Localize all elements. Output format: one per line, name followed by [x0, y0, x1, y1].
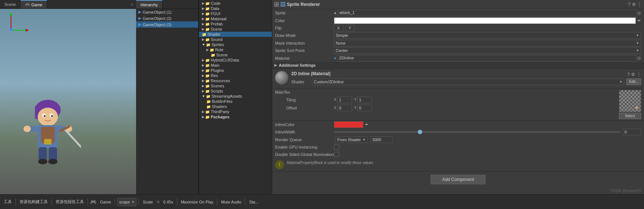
select-texture-button[interactable]: Select	[619, 113, 641, 119]
render-queue-row: Render Queue From Shader ▼	[272, 136, 644, 143]
maintex-section: MainTex Tiling X Y	[272, 88, 644, 121]
tab-more[interactable]: ≡	[128, 2, 136, 7]
color-row: Color ✒	[272, 17, 644, 24]
double-sided-row: Double Sided Global Illumination	[272, 151, 644, 158]
file-item-prefab[interactable]: ▶ 📁 Prefab	[199, 21, 272, 27]
edit-shader-button[interactable]: Edit...	[626, 79, 641, 85]
stats-button[interactable]: Sta...	[248, 199, 260, 205]
file-item-materaal[interactable]: ▶ 📁 Materaal	[199, 16, 272, 21]
overflow-icon[interactable]: ⋮	[637, 2, 642, 7]
file-item-sprites[interactable]: ▼ 📁 Sprites	[199, 42, 272, 47]
flip-y-button[interactable]: Y	[345, 25, 355, 31]
file-item-scene2[interactable]: 📁 Scene	[199, 52, 272, 58]
game-icon: 🎮	[25, 2, 30, 7]
double-sided-checkbox[interactable]	[334, 152, 339, 157]
file-item-scripts[interactable]: ▶ 📁 Scripts	[199, 88, 272, 94]
landscape-dropdown[interactable]: scape ▼	[117, 198, 136, 206]
color-picker[interactable]	[334, 17, 636, 24]
file-item-role[interactable]: ▶ 📁 Role	[199, 47, 272, 52]
mask-interaction-row: Mask Interaction None ▼	[272, 39, 644, 47]
draw-mode-dropdown[interactable]: Simple ▼	[334, 32, 641, 39]
svg-point-21	[38, 159, 47, 164]
offset-x-input[interactable]	[337, 105, 352, 111]
file-item-shader[interactable]: 📁 Shader	[199, 32, 272, 37]
material-section: 2D Inline (Material) ? ⚙ ⋮ Shader Custom…	[272, 69, 644, 88]
asset-bundle-build-tool[interactable]: 资源包构建工具	[18, 198, 49, 205]
file-item-buildin[interactable]: 📁 BuildinFiles	[199, 99, 272, 104]
help-icon[interactable]: ?	[628, 2, 630, 7]
tiling-y-input[interactable]	[357, 97, 372, 103]
file-tree-panel: ▶ 📁 Code ▶ 📁 Data ▶ 📁 FGUI ▶ 📁 Materaal …	[199, 0, 272, 194]
tiling-y-field: Y	[354, 97, 372, 103]
material-select-icon[interactable]: ◎	[637, 56, 641, 60]
warning-block: ! MaterialPropertyBlock is used to modif…	[272, 158, 644, 172]
file-item-res[interactable]: ▶ 📁 Res	[199, 73, 272, 78]
offset-row: Offset X Y	[275, 104, 616, 112]
file-item-streaming[interactable]: ▼ 📁 StreamingAssets	[199, 94, 272, 99]
inline-color-row: InlineColor ✒	[272, 121, 644, 128]
file-item-code[interactable]: ▶ 📁 Code	[199, 1, 272, 6]
shader-row: Shader Custom/2DInline ▼ Edit...	[291, 78, 641, 86]
texture-thumbnail[interactable]	[619, 90, 641, 112]
flip-x-button[interactable]: X	[334, 25, 343, 31]
game-tab-label[interactable]: Game	[99, 199, 113, 205]
toolbar-sep-2	[51, 198, 52, 206]
material-dot-icon: ●	[334, 56, 336, 60]
toolbar-sep-1	[15, 198, 16, 206]
mask-interaction-dropdown[interactable]: None ▼	[334, 40, 641, 46]
file-item-resources[interactable]: ▶ 📁 Resources	[199, 78, 272, 83]
toolbar-sep-8	[245, 198, 245, 206]
hierarchy-item-1[interactable]: ▶ GameObject (1)	[136, 9, 198, 15]
scale-icon: ⊙	[157, 200, 160, 204]
file-item-main[interactable]: ▶ 📁 Main	[199, 63, 272, 68]
material-value-field[interactable]: 2DInline	[337, 55, 637, 62]
file-item-shaders2[interactable]: 📁 Shaders	[199, 104, 272, 109]
file-item-hybridclr[interactable]: ▶ 📁 HybridCLRData	[199, 58, 272, 63]
file-item-scene[interactable]: ▶ 📁 Scene	[199, 27, 272, 32]
component-toggle[interactable]: ✓	[274, 2, 279, 7]
additional-settings-header[interactable]: ▶ Additional Settings	[272, 62, 644, 69]
file-item-packages[interactable]: ▶ 📁 Packages	[199, 114, 272, 119]
inline-width-row: InlineWidth	[272, 128, 644, 136]
tab-scene[interactable]: Scene	[0, 0, 21, 8]
settings-icon[interactable]: ⚙	[632, 2, 636, 7]
sprite-value-field[interactable]: attack_1	[338, 10, 637, 16]
maximize-on-play-button[interactable]: Maximize On Play	[179, 199, 215, 205]
asset-bundle-report-tool[interactable]: 资源包报告工具	[54, 198, 85, 205]
mute-audio-button[interactable]: Mute Audio	[220, 199, 243, 205]
inline-color-eyedropper-icon[interactable]: ✒	[365, 122, 369, 127]
inline-width-value-input[interactable]	[623, 129, 641, 135]
hierarchy-item-3[interactable]: ▶ GameObject (3)	[136, 21, 198, 28]
add-component-button[interactable]: Add Component	[431, 175, 485, 184]
tools-label[interactable]: 工具	[2, 198, 13, 205]
inline-width-slider[interactable]	[334, 129, 641, 135]
sprite-sort-dropdown[interactable]: Center ▼	[334, 47, 641, 54]
file-item-fgui[interactable]: ▶ 📁 FGUI	[199, 11, 272, 16]
file-item-sound[interactable]: ▶ 📁 Sound	[199, 37, 272, 42]
render-queue-value-input[interactable]	[370, 136, 392, 143]
tab-game[interactable]: 🎮 Game	[21, 0, 47, 8]
file-item-data[interactable]: ▶ 📁 Data	[199, 6, 272, 11]
sprite-select-icon[interactable]: ◎	[637, 11, 641, 15]
inline-color-picker[interactable]	[334, 121, 363, 128]
draw-mode-arrow-icon: ▼	[636, 34, 639, 37]
component-icon: 🖼	[280, 1, 285, 7]
material-settings-icon[interactable]: ⚙	[631, 72, 635, 77]
hierarchy-item-2[interactable]: ▶ GameObject (2)	[136, 15, 198, 21]
material-help-icon[interactable]: ?	[627, 72, 630, 77]
gpu-instancing-checkbox[interactable]	[334, 144, 339, 150]
file-item-scenes[interactable]: ▶ 📁 Scenes	[199, 83, 272, 88]
scale-value: 0.45x	[162, 199, 175, 205]
tab-hierarchy[interactable]: Hierarchy	[136, 0, 163, 8]
file-item-plugins[interactable]: ▶ 📁 Plugins	[199, 68, 272, 73]
tiling-x-input[interactable]	[337, 97, 352, 103]
offset-y-input[interactable]	[357, 105, 372, 111]
slider-thumb[interactable]	[418, 130, 422, 134]
eyedropper-icon[interactable]: ✒	[637, 18, 641, 23]
render-queue-dropdown[interactable]: From Shader ▼	[335, 136, 367, 143]
shader-dropdown[interactable]: Custom/2DInline ▼	[312, 79, 624, 85]
material-overflow-icon[interactable]: ⋮	[637, 72, 641, 77]
material-content: 2D Inline (Material) ? ⚙ ⋮ Shader Custom…	[291, 71, 641, 86]
file-item-thirdparty[interactable]: ▶ 📁 ThirdParty	[199, 109, 272, 114]
scene-canvas	[0, 9, 136, 194]
